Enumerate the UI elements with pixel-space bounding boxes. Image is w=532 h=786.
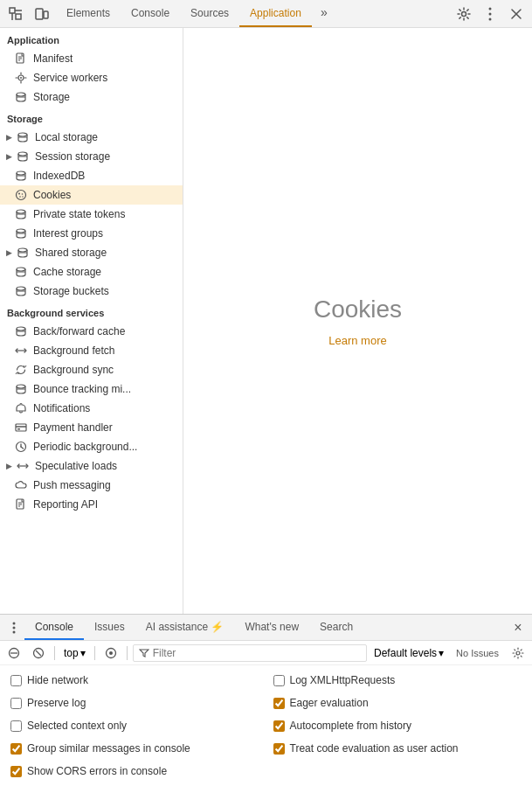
levels-dropdown-btn[interactable]: Default levels ▾ [370, 645, 447, 661]
sidebar-item-bounce-tracking[interactable]: Bounce tracking mi... [0, 379, 183, 399]
reporting-api-label: Reporting API [33, 498, 98, 511]
tab-sources[interactable]: Sources [180, 0, 239, 27]
divider [127, 646, 128, 660]
svg-point-37 [17, 268, 25, 271]
tab-application[interactable]: Application [239, 0, 312, 27]
preserve-log-checkbox[interactable] [10, 698, 22, 709]
filter-icon [139, 648, 149, 658]
svg-point-18 [17, 93, 25, 96]
device-toggle-btn[interactable] [30, 2, 54, 26]
svg-point-8 [489, 12, 492, 15]
cloud-icon [14, 478, 28, 492]
context-selector[interactable]: top ▾ [60, 645, 89, 661]
sidebar-item-background-fetch[interactable]: Background fetch [0, 341, 183, 360]
sidebar-item-background-sync[interactable]: Background sync [0, 360, 183, 379]
group-similar-label[interactable]: Group similar messages in console [27, 742, 190, 755]
sidebar-item-notifications[interactable]: Notifications [0, 399, 183, 418]
sidebar-item-interest-groups[interactable]: Interest groups [0, 224, 183, 243]
sidebar-item-local-storage[interactable]: ▶ Local storage [0, 128, 183, 147]
show-cors-checkbox[interactable] [10, 766, 22, 777]
clear-console-btn[interactable] [3, 643, 24, 664]
close-devtools-btn[interactable] [504, 2, 529, 26]
db-icon [14, 207, 28, 221]
storage-label: Storage [33, 91, 70, 103]
application-section-label: Application [0, 28, 183, 49]
sidebar-item-indexeddb[interactable]: IndexedDB [0, 166, 183, 185]
preserve-log-label[interactable]: Preserve log [27, 697, 86, 709]
sidebar-item-push-messaging[interactable]: Push messaging [0, 476, 183, 495]
tab-whats-new[interactable]: What's new [234, 615, 309, 640]
main-tab-bar: Elements Console Sources Application » [56, 0, 450, 27]
svg-rect-3 [16, 14, 21, 19]
setting-preserve-log: Preserve log [10, 693, 259, 713]
storage-icon [14, 90, 28, 104]
svg-point-26 [17, 191, 26, 200]
periodic-background-label: Periodic background... [33, 441, 137, 453]
card-icon [14, 421, 28, 435]
db-icon [14, 226, 28, 240]
sidebar-item-service-workers[interactable]: Service workers [0, 68, 183, 87]
sidebar-item-cookies[interactable]: Cookies [0, 185, 183, 205]
sidebar-item-reporting-api[interactable]: Reporting API [0, 495, 183, 514]
notifications-label: Notifications [33, 402, 90, 414]
cookie-icon [14, 188, 28, 202]
console-more-options-btn[interactable] [3, 617, 24, 638]
group-similar-checkbox[interactable] [10, 743, 22, 755]
back-forward-cache-label: Back/forward cache [33, 325, 125, 337]
show-cors-label[interactable]: Show CORS errors in console [27, 765, 167, 777]
db-icon [16, 150, 30, 163]
hide-network-label[interactable]: Hide network [27, 674, 88, 686]
log-xml-label[interactable]: Log XMLHttpRequests [290, 674, 396, 686]
sidebar-item-private-state-tokens[interactable]: Private state tokens [0, 205, 183, 224]
sidebar-item-storage[interactable]: Storage [0, 87, 183, 107]
context-label: top [64, 647, 79, 659]
sidebar-item-back-forward-cache[interactable]: Back/forward cache [0, 322, 183, 341]
filter-input[interactable] [153, 647, 361, 659]
clock-icon [14, 440, 28, 454]
devtools-settings-btn[interactable] [452, 2, 476, 26]
sidebar-item-shared-storage[interactable]: ▶ Shared storage [0, 243, 183, 262]
close-console-btn[interactable]: × [508, 617, 529, 638]
inspect-element-btn[interactable] [3, 2, 28, 26]
hide-network-checkbox[interactable] [10, 675, 22, 686]
autocomplete-label[interactable]: Autocomplete from history [290, 720, 411, 732]
eager-eval-label[interactable]: Eager evaluation [290, 697, 369, 709]
sidebar-item-periodic-background[interactable]: Periodic background... [0, 437, 183, 456]
sidebar-item-storage-buckets[interactable]: Storage buckets [0, 282, 183, 301]
autocomplete-checkbox[interactable] [273, 720, 285, 732]
treat-code-label[interactable]: Treat code evaluation as user action [290, 742, 459, 755]
learn-more-link[interactable]: Learn more [328, 334, 386, 347]
svg-point-9 [489, 17, 492, 20]
tab-issues[interactable]: Issues [84, 615, 135, 640]
treat-code-checkbox[interactable] [273, 743, 285, 755]
db-icon [14, 382, 28, 396]
svg-point-44 [17, 385, 25, 388]
sidebar-item-payment-handler[interactable]: Payment handler [0, 418, 183, 437]
tab-search[interactable]: Search [309, 615, 363, 640]
private-state-tokens-label: Private state tokens [33, 208, 125, 220]
selected-context-checkbox[interactable] [10, 720, 22, 732]
main-area: Application Manifest [0, 28, 532, 614]
sidebar-item-session-storage[interactable]: ▶ Session storage [0, 147, 183, 166]
sidebar-item-manifest[interactable]: Manifest [0, 49, 183, 68]
tab-console[interactable]: Console [121, 0, 180, 27]
db-icon [14, 284, 28, 298]
tab-ai-assistance[interactable]: AI assistance ⚡ [135, 615, 235, 640]
svg-point-27 [18, 193, 20, 195]
live-expressions-btn[interactable] [100, 643, 121, 664]
eager-eval-checkbox[interactable] [273, 698, 285, 709]
more-options-btn[interactable] [478, 2, 502, 26]
tab-elements[interactable]: Elements [56, 0, 121, 27]
indexeddb-label: IndexedDB [33, 170, 85, 182]
stop-btn[interactable] [28, 643, 49, 664]
more-tabs-btn[interactable]: » [312, 0, 336, 24]
setting-autocomplete: Autocomplete from history [273, 716, 522, 735]
manifest-label: Manifest [33, 52, 73, 65]
selected-context-label[interactable]: Selected context only [27, 720, 127, 732]
tab-console-bottom[interactable]: Console [24, 615, 84, 640]
sidebar-item-speculative-loads[interactable]: ▶ Speculative loads [0, 456, 183, 476]
svg-rect-4 [36, 9, 43, 19]
log-xml-checkbox[interactable] [273, 675, 285, 686]
console-settings-gear-btn[interactable] [508, 643, 529, 664]
sidebar-item-cache-storage[interactable]: Cache storage [0, 262, 183, 282]
